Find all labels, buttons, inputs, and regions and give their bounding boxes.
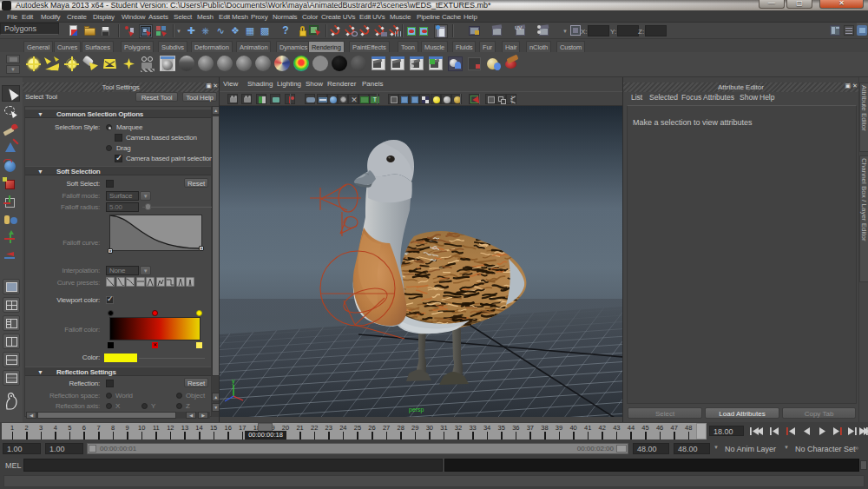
svg-text:persp: persp [409,406,424,413]
svg-text:y: y [232,378,235,385]
